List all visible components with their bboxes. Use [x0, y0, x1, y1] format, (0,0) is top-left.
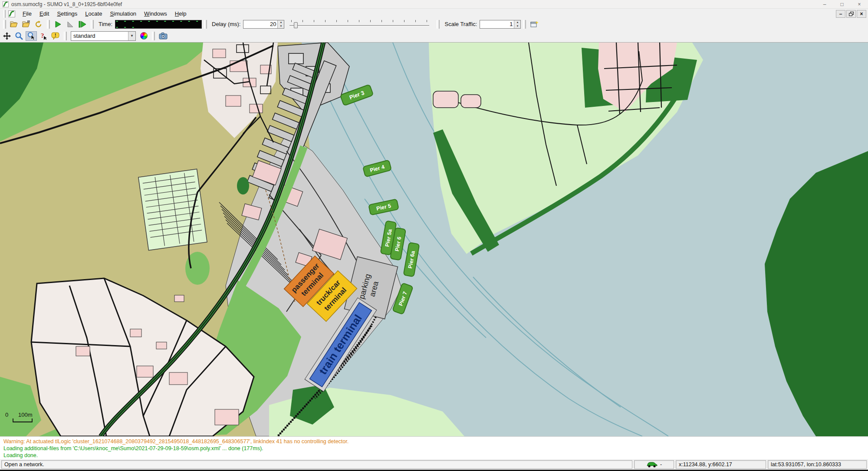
open-folder-icon	[10, 20, 19, 28]
mdi-close-button[interactable]: ×	[857, 10, 866, 18]
magnifier-icon	[15, 32, 23, 40]
menu-bar: File Edit Settings Locate Simulation Win…	[0, 8, 868, 19]
car-icon	[646, 461, 658, 468]
toolbar-grip	[64, 32, 67, 40]
mdi-minimize-button[interactable]: –	[836, 10, 845, 18]
delay-spin-arrows[interactable]: ▲ ▼	[277, 20, 284, 28]
recenter-view-button[interactable]	[1, 31, 13, 41]
menu-help[interactable]: Help	[171, 9, 191, 18]
menu-edit[interactable]: Edit	[36, 9, 53, 18]
fast-forward-icon	[78, 20, 87, 28]
status-bar: Open a network. - x:11234.88, y:6602.17 …	[0, 459, 868, 470]
toolbar-grip	[152, 32, 155, 40]
window-maximize-button[interactable]: □	[833, 0, 851, 8]
scale-traffic-spin-arrows[interactable]: ▲ ▼	[514, 20, 520, 28]
log-line-done: Loading done.	[3, 452, 868, 459]
sumo-mdi-icon	[8, 10, 15, 17]
question-cursor-icon: ?	[39, 32, 47, 40]
restore-icon	[849, 12, 854, 16]
menu-windows[interactable]: Windows	[140, 9, 171, 18]
status-coords-xy: x:11234.88, y:6602.17	[676, 460, 766, 469]
map-forest-patch	[237, 177, 249, 194]
map-allotments	[138, 169, 207, 250]
step-button[interactable]	[65, 20, 76, 29]
scale-traffic-value: 1	[480, 21, 514, 27]
window-title: osm.sumocfg - SUMO v1_8_0+1925-6bf04e0fe…	[11, 1, 122, 7]
menu-file[interactable]: File	[19, 9, 36, 18]
new-window-icon	[530, 20, 539, 28]
toolbar-grip	[47, 20, 50, 29]
color-scheme-value: standard	[71, 33, 128, 39]
toolbar-grip	[204, 20, 207, 29]
svg-text:0: 0	[5, 412, 8, 418]
svg-text:?: ?	[41, 32, 44, 39]
view-toolbar: ? ! standard ▼	[0, 30, 868, 43]
status-coords-latlon: lat:53.931057, lon:10.860333	[768, 460, 867, 469]
new-view-button[interactable]	[529, 20, 540, 29]
delay-label: Delay (ms):	[212, 21, 240, 27]
scale-traffic-label: Scale Traffic:	[444, 21, 477, 27]
zoom-button[interactable]	[13, 31, 25, 41]
status-locator-suffix: -	[660, 461, 662, 468]
toolbar-grip	[91, 20, 94, 29]
color-scheme-combobox[interactable]: standard ▼	[71, 31, 136, 41]
sumo-app-icon	[3, 1, 9, 7]
open-network-button[interactable]	[21, 20, 32, 29]
open-config-button[interactable]	[9, 20, 20, 29]
step-icon	[66, 20, 74, 28]
spin-down-icon[interactable]: ▼	[278, 24, 284, 28]
select-mode-button[interactable]	[26, 31, 37, 41]
status-message: Open a network.	[1, 460, 632, 469]
menu-settings[interactable]: Settings	[53, 9, 81, 18]
window-close-button[interactable]: ×	[851, 0, 868, 8]
main-toolbar: Time: - - - - - - - - - - - - - - Delay …	[0, 19, 868, 30]
delay-slider[interactable]	[288, 20, 431, 29]
window-minimize-button[interactable]: –	[816, 0, 833, 8]
message-log[interactable]: Warning: At actuated tlLogic 'cluster_16…	[0, 436, 868, 459]
color-wheel-icon	[140, 32, 148, 40]
map-viewport[interactable]: Pier 3 Pier 4 Pier 5 Pier 5a Pier 6 Pier…	[0, 43, 868, 436]
map-canvas[interactable]: Pier 3 Pier 4 Pier 5 Pier 5a Pier 6 Pier…	[0, 43, 868, 436]
time-lcd-display: - - - - - - - - - - - - - -	[115, 20, 202, 29]
svg-text:100m: 100m	[18, 412, 33, 418]
spin-up-icon[interactable]: ▲	[278, 20, 284, 24]
mdi-restore-button[interactable]	[846, 10, 856, 18]
run-button[interactable]	[53, 20, 64, 29]
inspect-button[interactable]: ?	[38, 31, 49, 41]
warning-balloon-icon: !	[51, 32, 60, 40]
delay-value: 20	[243, 21, 277, 27]
menu-locate[interactable]: Locate	[81, 9, 106, 18]
log-line-warning: Warning: At actuated tlLogic 'cluster_16…	[3, 438, 868, 445]
camera-icon	[159, 32, 168, 40]
dropdown-arrow-icon[interactable]: ▼	[128, 32, 135, 40]
open-network-folder-icon	[22, 20, 31, 28]
reload-icon	[35, 20, 43, 28]
screenshot-button[interactable]	[158, 31, 169, 41]
time-label: Time:	[99, 21, 112, 27]
slider-handle[interactable]	[294, 22, 298, 28]
edit-coloring-button[interactable]	[138, 31, 149, 41]
scale-traffic-spinbox[interactable]: 1 ▲ ▼	[480, 20, 521, 29]
magnifier-cursor-icon	[27, 32, 36, 40]
toolbar-grip	[523, 20, 526, 29]
move-icon	[3, 32, 11, 40]
message-window-button[interactable]: !	[50, 31, 61, 41]
toolbar-grip	[3, 20, 6, 29]
log-line-loading: Loading additional-files from 'C:\Users\…	[3, 445, 868, 452]
spin-down-icon[interactable]: ▼	[514, 24, 520, 28]
reload-button[interactable]	[33, 20, 44, 29]
slider-track	[289, 25, 429, 26]
play-icon	[54, 20, 62, 28]
svg-text:!: !	[55, 33, 56, 38]
toolbar-grip	[437, 20, 440, 29]
spin-up-icon[interactable]: ▲	[514, 20, 520, 24]
menubar-grip	[3, 10, 6, 18]
title-bar: osm.sumocfg - SUMO v1_8_0+1925-6bf04e0fe…	[0, 0, 868, 8]
status-locator-panel[interactable]: -	[634, 460, 674, 469]
slider-ticks	[291, 20, 427, 22]
delay-spinbox[interactable]: 20 ▲ ▼	[243, 20, 284, 29]
fast-forward-button[interactable]	[77, 20, 88, 29]
menu-simulation[interactable]: Simulation	[106, 9, 140, 18]
